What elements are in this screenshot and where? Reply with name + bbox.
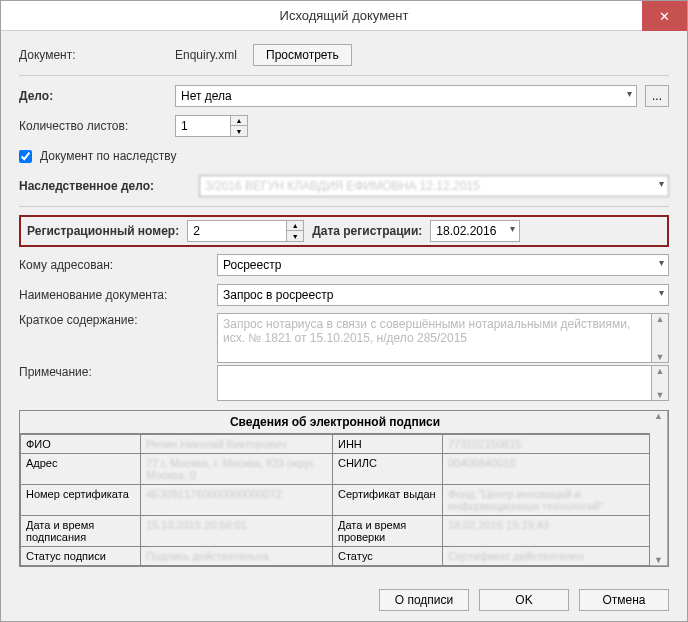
sig-value: 00406840010 (442, 454, 649, 485)
signature-title: Сведения об электронной подписи (20, 411, 650, 434)
document-filename: Enquiry.xml (175, 48, 245, 62)
addressee-row: Кому адресован: Росреестр (19, 253, 669, 277)
table-row: Номер сертификата4E30911760000000000072С… (21, 485, 650, 516)
sig-label: СНИЛС (332, 454, 442, 485)
table-row: Статус подписиПодпись действительнаСтату… (21, 547, 650, 566)
sheets-row: Количество листов: ▲▼ (19, 114, 669, 138)
titlebar: Исходящий документ ✕ (1, 1, 687, 31)
ok-button[interactable]: OK (479, 589, 569, 611)
sig-label: Статус (332, 547, 442, 566)
about-signature-button[interactable]: О подписи (379, 589, 469, 611)
inherit-label: Документ по наследству (40, 149, 176, 163)
sheets-spinner[interactable]: ▲▼ (175, 115, 248, 137)
sig-value: 773102150815 (442, 435, 649, 454)
sig-label: ИНН (332, 435, 442, 454)
inherit-checkbox[interactable] (19, 150, 32, 163)
reg-num-label: Регистрационный номер: (27, 224, 179, 238)
sig-value: 15.10.2015 20:58:01 (141, 516, 333, 547)
sig-value: 4E30911760000000000072 (141, 485, 333, 516)
registration-highlight: Регистрационный номер: ▲▼ Дата регистрац… (19, 215, 669, 247)
sig-label: Статус подписи (21, 547, 141, 566)
close-button[interactable]: ✕ (642, 1, 687, 31)
case-label: Дело: (19, 89, 167, 103)
scrollbar[interactable]: ▲▼ (650, 411, 668, 566)
sig-label: ФИО (21, 435, 141, 454)
docname-select[interactable]: Запрос в росреестр (217, 284, 669, 306)
reg-num-spinner[interactable]: ▲▼ (187, 220, 304, 242)
inherit-row: Документ по наследству (19, 144, 669, 168)
note-row: Примечание: ▲▼ (19, 365, 669, 396)
divider (19, 75, 669, 76)
table-row: Дата и время подписания15.10.2015 20:58:… (21, 516, 650, 547)
sig-value: Подпись действительна (141, 547, 333, 566)
scrollbar[interactable]: ▲▼ (652, 365, 669, 401)
spinner-down-icon[interactable]: ▼ (231, 126, 247, 136)
reg-date-input[interactable] (430, 220, 520, 242)
footer: О подписи OK Отмена (1, 579, 687, 621)
summary-textarea[interactable]: Запрос нотариуса в связи с совершёнными … (217, 313, 652, 363)
sig-label: Номер сертификата (21, 485, 141, 516)
sheets-label: Количество листов: (19, 119, 167, 133)
docname-row: Наименование документа: Запрос в росреес… (19, 283, 669, 307)
signature-table: ФИОРепин Николай ВикторовичИНН7731021508… (20, 434, 650, 566)
sig-value: 18.02.2016 15:19:43 (442, 516, 649, 547)
note-label: Примечание: (19, 365, 209, 379)
summary-label: Краткое содержание: (19, 313, 209, 327)
window-title: Исходящий документ (280, 8, 409, 23)
divider (19, 206, 669, 207)
table-row: ФИОРепин Николай ВикторовичИНН7731021508… (21, 435, 650, 454)
spinner-down-icon[interactable]: ▼ (287, 231, 303, 241)
docname-label: Наименование документа: (19, 288, 209, 302)
sig-label: Сертификат выдан (332, 485, 442, 516)
case-row: Дело: Нет дела ... (19, 84, 669, 108)
sig-value: Сертификат действителен (442, 547, 649, 566)
sig-label: Адрес (21, 454, 141, 485)
scrollbar[interactable]: ▲▼ (652, 313, 669, 363)
document-label: Документ: (19, 48, 167, 62)
case-select[interactable]: Нет дела (175, 85, 637, 107)
reg-date-label: Дата регистрации: (312, 224, 422, 238)
note-textarea[interactable] (217, 365, 652, 401)
spinner-up-icon[interactable]: ▲ (231, 116, 247, 126)
inherit-case-select[interactable]: 3/2016 ВЕГУН КЛАВДИЯ ЕФИМОВНА 12.12.2015 (199, 175, 669, 197)
inherit-case-label: Наследственное дело: (19, 179, 191, 193)
content-area: Документ: Enquiry.xml Просмотреть Дело: … (1, 31, 687, 579)
signature-section: Сведения об электронной подписи ФИОРепин… (19, 410, 669, 567)
sheets-input[interactable] (175, 115, 231, 137)
sig-label: Дата и время подписания (21, 516, 141, 547)
dialog-window: Исходящий документ ✕ Документ: Enquiry.x… (0, 0, 688, 622)
case-browse-button[interactable]: ... (645, 85, 669, 107)
reg-num-input[interactable] (187, 220, 287, 242)
sig-value: 77 г. Москва, г. Москва, ЮЗ округ, Москв… (141, 454, 333, 485)
table-row: Адрес77 г. Москва, г. Москва, ЮЗ округ, … (21, 454, 650, 485)
document-row: Документ: Enquiry.xml Просмотреть (19, 43, 669, 67)
view-button[interactable]: Просмотреть (253, 44, 352, 66)
spinner-up-icon[interactable]: ▲ (287, 221, 303, 231)
sig-label: Дата и время проверки (332, 516, 442, 547)
inherit-case-row: Наследственное дело: 3/2016 ВЕГУН КЛАВДИ… (19, 174, 669, 198)
addressee-select[interactable]: Росреестр (217, 254, 669, 276)
summary-row: Краткое содержание: Запрос нотариуса в с… (19, 313, 669, 355)
sig-value: Фонд "Центр инноваций и информационных т… (442, 485, 649, 516)
sig-value: Репин Николай Викторович (141, 435, 333, 454)
cancel-button[interactable]: Отмена (579, 589, 669, 611)
addressee-label: Кому адресован: (19, 258, 209, 272)
